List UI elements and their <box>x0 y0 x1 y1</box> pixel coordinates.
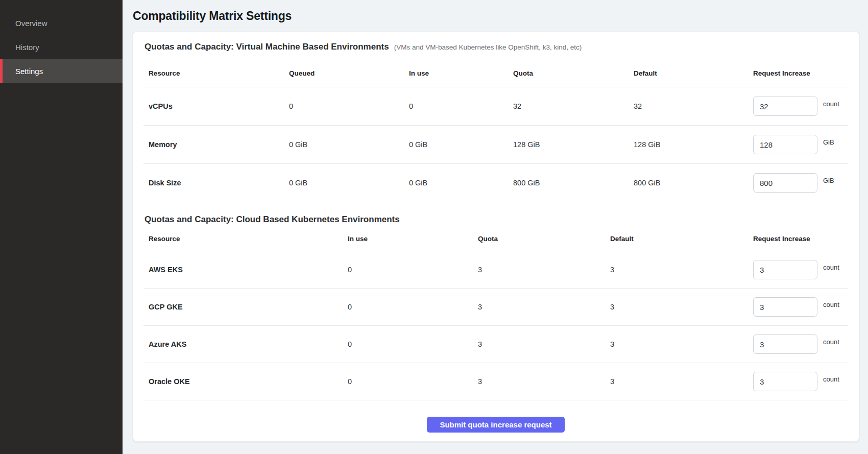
settings-card: Quotas and Capacity: Virtual Machine Bas… <box>133 31 859 442</box>
submit-quota-increase-button[interactable]: Submit quota increase request <box>427 417 564 433</box>
queued-value: 0 GiB <box>289 179 409 187</box>
azure-aks-request-input[interactable] <box>753 334 817 354</box>
unit-label: GiB <box>823 177 834 184</box>
col-header-quota: Quota <box>513 69 634 77</box>
cloud-k8s-quota-table: Resource In use Quota Default Request In… <box>143 227 848 400</box>
aws-eks-request-input[interactable] <box>753 260 817 279</box>
quota-value: 128 GiB <box>513 140 634 149</box>
quota-value: 3 <box>478 377 610 386</box>
in-use-value: 0 <box>409 102 513 110</box>
default-value: 3 <box>610 377 753 386</box>
disk-size-request-input[interactable] <box>753 173 817 193</box>
quota-value: 3 <box>478 266 610 274</box>
section-vm-environments: Quotas and Capacity: Virtual Machine Bas… <box>143 42 848 202</box>
table-row-memory: Memory 0 GiB 0 GiB 128 GiB 128 GiB GiB <box>143 126 848 164</box>
vm-quota-table: Resource Queued In use Quota Default Req… <box>143 59 848 202</box>
col-header-default: Default <box>634 69 753 77</box>
table-row-aws-eks: AWS EKS 0 3 3 count <box>143 251 848 289</box>
queued-value: 0 GiB <box>289 140 409 149</box>
in-use-value: 0 <box>348 266 478 274</box>
default-value: 3 <box>610 266 753 274</box>
default-value: 800 GiB <box>634 179 753 187</box>
resource-label: Memory <box>143 140 289 149</box>
oracle-oke-request-input[interactable] <box>753 372 817 391</box>
vcpus-request-input[interactable] <box>753 97 817 116</box>
resource-label: AWS EKS <box>143 266 348 274</box>
table-row-oracle-oke: Oracle OKE 0 3 3 count <box>143 363 848 400</box>
quota-value: 32 <box>513 102 634 110</box>
col-header-request-increase: Request Increase <box>753 235 848 243</box>
col-header-queued: Queued <box>289 69 409 77</box>
default-value: 128 GiB <box>634 140 753 149</box>
main-content: Compatibility Matrix Settings Quotas and… <box>123 0 868 454</box>
resource-label: GCP GKE <box>143 303 348 311</box>
col-header-default: Default <box>610 235 753 243</box>
default-value: 3 <box>610 303 753 311</box>
sidebar-item-overview[interactable]: Overview <box>0 11 123 35</box>
section-title-cloud-k8s: Quotas and Capacity: Cloud Based Kuberne… <box>144 214 400 225</box>
table-row-gcp-gke: GCP GKE 0 3 3 count <box>143 289 848 326</box>
col-header-resource: Resource <box>143 69 289 77</box>
queued-value: 0 <box>289 102 409 110</box>
default-value: 32 <box>634 102 753 110</box>
quota-value: 3 <box>478 303 610 311</box>
quota-value: 800 GiB <box>513 179 634 187</box>
in-use-value: 0 <box>348 340 478 348</box>
section-cloud-k8s-environments: Quotas and Capacity: Cloud Based Kuberne… <box>143 214 848 400</box>
section-subtitle-vm: (VMs and VM-based Kubernetes like OpenSh… <box>394 43 582 51</box>
table-row-vcpus: vCPUs 0 0 32 32 count <box>143 87 848 126</box>
cloud-table-header: Resource In use Quota Default Request In… <box>143 227 848 251</box>
sidebar-item-settings[interactable]: Settings <box>0 59 123 83</box>
col-header-resource: Resource <box>143 235 348 243</box>
in-use-value: 0 GiB <box>409 179 513 187</box>
sidebar: Overview History Settings <box>0 0 123 454</box>
table-row-azure-aks: Azure AKS 0 3 3 count <box>143 326 848 363</box>
unit-label: count <box>823 264 839 271</box>
unit-label: count <box>823 301 839 308</box>
section-title-vm: Quotas and Capacity: Virtual Machine Bas… <box>144 42 389 52</box>
unit-label: count <box>823 100 839 108</box>
col-header-in-use: In use <box>409 69 513 77</box>
page-title: Compatibility Matrix Settings <box>133 9 859 23</box>
resource-label: vCPUs <box>143 102 289 110</box>
table-row-disk-size: Disk Size 0 GiB 0 GiB 800 GiB 800 GiB Gi… <box>143 164 848 202</box>
resource-label: Azure AKS <box>143 340 348 348</box>
card-footer: Submit quota increase request <box>143 400 848 433</box>
in-use-value: 0 <box>348 377 478 386</box>
resource-label: Disk Size <box>143 179 289 187</box>
col-header-request-increase: Request Increase <box>753 69 848 77</box>
default-value: 3 <box>610 340 753 348</box>
unit-label: count <box>823 338 839 346</box>
in-use-value: 0 GiB <box>409 140 513 149</box>
unit-label: GiB <box>823 138 834 146</box>
in-use-value: 0 <box>348 303 478 311</box>
col-header-in-use: In use <box>348 235 478 243</box>
quota-value: 3 <box>478 340 610 348</box>
vm-table-header: Resource Queued In use Quota Default Req… <box>143 59 848 87</box>
col-header-quota: Quota <box>478 235 610 243</box>
memory-request-input[interactable] <box>753 135 817 154</box>
unit-label: count <box>823 375 839 383</box>
sidebar-item-history[interactable]: History <box>0 35 123 59</box>
resource-label: Oracle OKE <box>143 377 348 386</box>
gcp-gke-request-input[interactable] <box>753 297 817 317</box>
